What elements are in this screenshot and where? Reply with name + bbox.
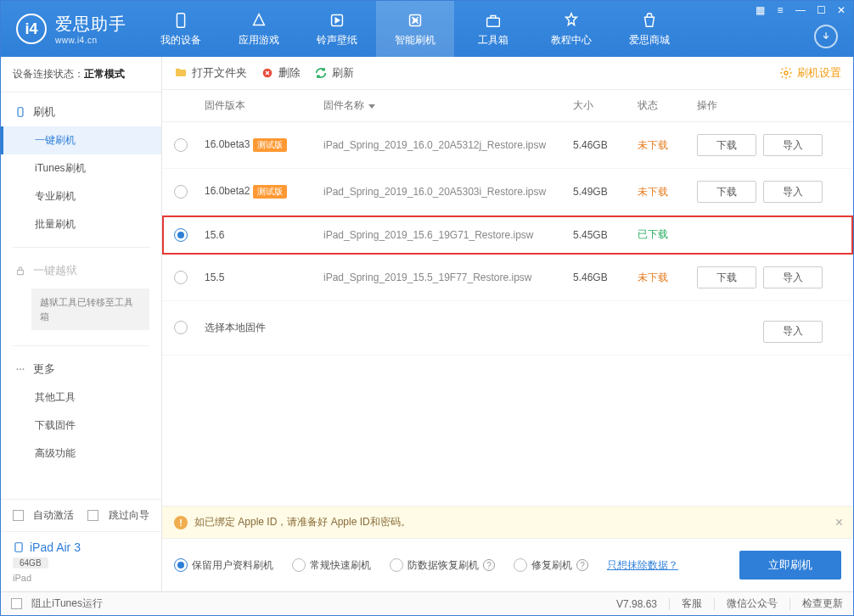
firmware-ops: 下载导入 (697, 181, 841, 203)
option-radio[interactable] (390, 558, 403, 572)
minimize-icon[interactable]: — (794, 4, 807, 16)
grid-icon[interactable]: ▦ (753, 4, 767, 16)
import-button[interactable]: 导入 (763, 134, 823, 156)
import-button[interactable]: 导入 (763, 321, 823, 343)
top-nav: 我的设备应用游戏铃声壁纸智能刷机工具箱教程中心爱思商城 (142, 1, 688, 57)
firmware-status: 已下载 (638, 227, 697, 242)
option-radio[interactable] (292, 558, 306, 572)
warning-close[interactable]: × (835, 515, 843, 530)
help-icon[interactable]: ? (483, 559, 495, 571)
auto-activate-checkbox[interactable]: 自动激活 (13, 508, 74, 523)
wechat-link[interactable]: 微信公众号 (727, 596, 778, 611)
brand-url: www.i4.cn (55, 36, 126, 45)
topnav-label: 我的设备 (160, 33, 201, 48)
option-radio[interactable] (174, 558, 188, 572)
topnav-item[interactable]: 应用游戏 (220, 1, 298, 57)
firmware-size: 5.49GB (573, 186, 638, 198)
topnav-item[interactable]: 爱思商城 (610, 1, 688, 57)
topnav-item[interactable]: 智能刷机 (376, 1, 454, 57)
col-size: 大小 (573, 98, 638, 113)
sidebar-item[interactable]: 一键刷机 (1, 126, 161, 154)
update-link[interactable]: 检查更新 (802, 596, 843, 611)
option-label: 防数据恢复刷机 (407, 558, 479, 573)
sidebar-item[interactable]: 专业刷机 (1, 182, 161, 210)
auto-activate-label: 自动激活 (33, 508, 74, 523)
sidebar-item[interactable]: 下载固件 (1, 412, 161, 440)
topnav-label: 教程中心 (551, 33, 592, 48)
topnav-icon (640, 11, 659, 30)
firmware-radio[interactable] (174, 185, 188, 199)
sidebar-item[interactable]: 其他工具 (1, 384, 161, 412)
open-folder-button[interactable]: 打开文件夹 (174, 65, 247, 81)
help-icon[interactable]: ? (576, 559, 588, 571)
menu-icon[interactable]: ≡ (773, 4, 787, 16)
svg-point-6 (17, 368, 19, 370)
svg-rect-3 (487, 18, 500, 26)
close-icon[interactable]: ✕ (834, 4, 848, 16)
sidebar-group-flash[interactable]: 刷机 (1, 98, 161, 126)
logo-block: i4 爱思助手 www.i4.cn (1, 13, 142, 45)
download-button[interactable]: 下载 (697, 266, 756, 288)
beta-badge: 测试版 (253, 185, 287, 199)
import-button[interactable]: 导入 (763, 181, 823, 203)
more-icon (14, 363, 26, 375)
topnav-icon (406, 11, 424, 30)
block-itunes-checkbox[interactable]: 阻止iTunes运行 (11, 596, 103, 611)
service-link[interactable]: 客服 (682, 596, 702, 611)
sort-icon[interactable] (368, 104, 375, 109)
sidebar: 设备连接状态：正常模式 刷机 一键刷机iTunes刷机专业刷机批量刷机 一键越狱… (1, 57, 162, 591)
sidebar-item[interactable]: iTunes刷机 (1, 154, 161, 182)
topnav-label: 智能刷机 (395, 33, 435, 48)
import-button[interactable]: 导入 (763, 266, 823, 288)
sidebar-item[interactable]: 高级功能 (1, 440, 161, 468)
firmware-row: 16.0beta2测试版 iPad_Spring_2019_16.0_20A53… (162, 169, 853, 216)
download-indicator[interactable] (814, 25, 838, 48)
warning-bar: ! 如已绑定 Apple ID，请准备好 Apple ID和密码。 × (162, 506, 853, 538)
download-button[interactable]: 下载 (697, 134, 756, 156)
firmware-size: 5.46GB (573, 272, 638, 283)
svg-rect-9 (15, 543, 22, 552)
action-bar: 保留用户资料刷机常规快速刷机防数据恢复刷机?修复刷机?只想抹除数据？立即刷机 (162, 538, 853, 591)
firmware-radio[interactable] (174, 271, 188, 284)
topnav-item[interactable]: 工具箱 (454, 1, 532, 57)
flash-settings-button[interactable]: 刷机设置 (779, 65, 841, 81)
topnav-item[interactable]: 教程中心 (532, 1, 610, 57)
firmware-status: 未下载 (638, 138, 697, 153)
firmware-version: 16.0beta3测试版 (205, 138, 323, 152)
flash-option[interactable]: 修复刷机? (514, 558, 588, 573)
refresh-button[interactable]: 刷新 (314, 65, 354, 81)
device-panel[interactable]: iPad Air 3 64GB iPad (1, 531, 161, 591)
firmware-radio[interactable] (174, 138, 188, 152)
flash-settings-label: 刷机设置 (797, 65, 841, 81)
sidebar-group-jailbreak: 一键越狱 (1, 256, 161, 285)
option-label: 保留用户资料刷机 (192, 558, 273, 573)
erase-link[interactable]: 只想抹除数据？ (607, 558, 678, 573)
sidebar-group-more[interactable]: 更多 (1, 355, 161, 384)
sidebar-item[interactable]: 批量刷机 (1, 210, 161, 238)
delete-button[interactable]: 删除 (261, 65, 301, 81)
flash-option[interactable]: 常规快速刷机 (292, 558, 371, 573)
status-bar: 阻止iTunes运行 V7.98.63 客服 微信公众号 检查更新 (1, 591, 853, 615)
maximize-icon[interactable]: ☐ (814, 4, 828, 16)
topnav-item[interactable]: 铃声壁纸 (298, 1, 376, 57)
table-header: 固件版本 固件名称 大小 状态 操作 (162, 90, 853, 122)
refresh-label: 刷新 (332, 65, 354, 81)
flash-option[interactable]: 防数据恢复刷机? (390, 558, 495, 573)
download-button[interactable]: 下载 (697, 181, 756, 203)
device-storage: 64GB (13, 557, 48, 568)
firmware-radio[interactable] (174, 228, 188, 242)
version-label: V7.98.63 (616, 598, 657, 610)
local-radio[interactable] (174, 321, 188, 334)
flash-option[interactable]: 保留用户资料刷机 (174, 558, 273, 573)
open-folder-label: 打开文件夹 (192, 65, 247, 81)
topnav-label: 工具箱 (478, 33, 508, 48)
firmware-name: iPad_Spring_2019_16.0_20A5303i_Restore.i… (323, 186, 573, 198)
skip-guide-checkbox[interactable]: 跳过向导 (87, 508, 149, 523)
topnav-item[interactable]: 我的设备 (142, 1, 220, 57)
option-radio[interactable] (514, 558, 527, 572)
sidebar-group-flash-label: 刷机 (33, 104, 55, 120)
block-itunes-label: 阻止iTunes运行 (31, 596, 103, 611)
flash-button[interactable]: 立即刷机 (739, 551, 841, 580)
topnav-icon (250, 11, 268, 30)
lock-icon (14, 265, 26, 277)
